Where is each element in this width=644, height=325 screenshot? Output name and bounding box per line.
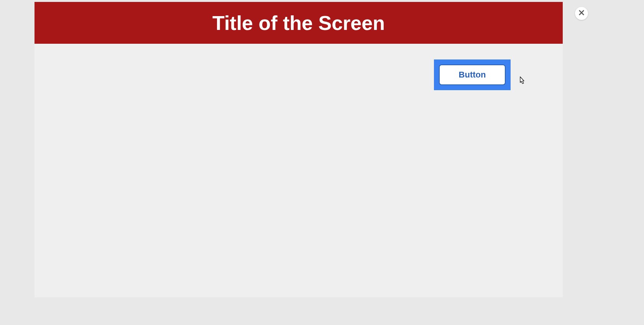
close-button[interactable] [575,7,588,20]
modal-header: Title of the Screen [34,2,563,44]
highlight-annotation: Button [434,59,511,90]
close-icon [578,10,585,17]
modal-title: Title of the Screen [212,12,385,35]
action-button[interactable]: Button [439,64,506,85]
modal-dialog: Title of the Screen Button [34,2,563,297]
